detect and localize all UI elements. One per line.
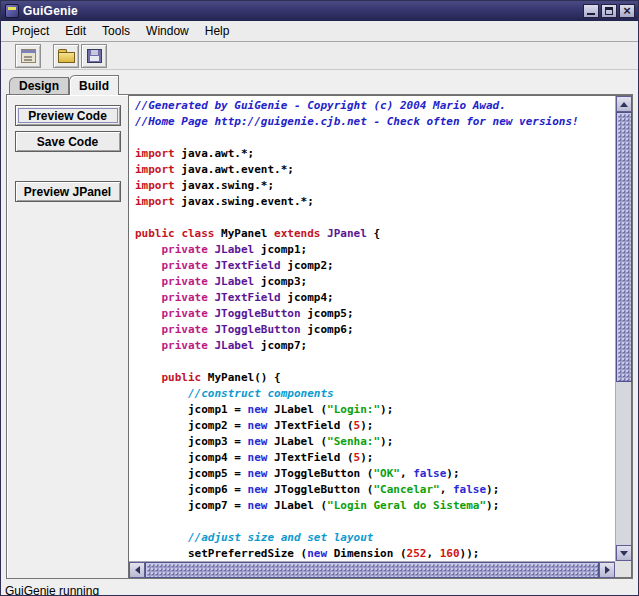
code-line: jcomp1 = new JLabel ("Login:");: [135, 402, 615, 418]
arrow-right-icon: [605, 566, 610, 574]
status-text: GuiGenie running: [5, 584, 99, 595]
tab-strip: Design Build: [6, 74, 633, 94]
save-icon: [87, 49, 102, 63]
scroll-up-button[interactable]: [616, 96, 632, 112]
code-scrollpane: //Generated by GuiGenie - Copyright (c) …: [128, 95, 632, 578]
save-button[interactable]: [81, 44, 107, 68]
code-line: //adjust size and set layout: [135, 530, 615, 546]
code-line: private JTextField jcomp2;: [135, 258, 615, 274]
menu-item-tools[interactable]: Tools: [94, 21, 138, 41]
app-window: GuiGenie Project Edit Tools Window Help …: [0, 0, 639, 596]
menu-item-help[interactable]: Help: [197, 21, 238, 41]
title-bar[interactable]: GuiGenie: [1, 1, 638, 21]
code-line: [135, 130, 615, 146]
menu-item-edit[interactable]: Edit: [57, 21, 94, 41]
code-line: private JLabel jcomp3;: [135, 274, 615, 290]
menu-bar: Project Edit Tools Window Help: [1, 21, 638, 42]
new-gui-icon: [21, 49, 36, 63]
code-line: private JTextField jcomp4;: [135, 290, 615, 306]
code-line: jcomp2 = new JTextField (5);: [135, 418, 615, 434]
scroll-down-button[interactable]: [616, 545, 632, 561]
vertical-scrollbar[interactable]: [615, 96, 631, 561]
tab-label: Design: [19, 79, 59, 93]
minimize-button[interactable]: [583, 4, 599, 18]
scrollbar-corner: [615, 561, 631, 577]
code-line: [135, 210, 615, 226]
main-area: Design Build Preview Code Save Code Prev…: [1, 70, 638, 581]
arrow-up-icon: [620, 102, 628, 107]
horizontal-scrollbar[interactable]: [129, 561, 615, 577]
code-line: import javax.swing.event.*;: [135, 194, 615, 210]
tab-build[interactable]: Build: [69, 75, 119, 95]
scroll-left-button[interactable]: [129, 562, 145, 578]
code-line: [135, 354, 615, 370]
arrow-down-icon: [620, 551, 628, 556]
vertical-scroll-thumb[interactable]: [616, 112, 632, 382]
preview-jpanel-button[interactable]: Preview JPanel: [15, 181, 121, 202]
code-line: private JLabel jcomp7;: [135, 338, 615, 354]
code-line: import javax.swing.*;: [135, 178, 615, 194]
app-icon: [5, 4, 19, 18]
code-line: jcomp3 = new JLabel ("Senha:");: [135, 434, 615, 450]
maximize-button[interactable]: [601, 4, 617, 18]
window-title: GuiGenie: [23, 4, 78, 18]
new-gui-button[interactable]: [15, 44, 41, 68]
tab-design[interactable]: Design: [9, 77, 69, 94]
menu-item-project[interactable]: Project: [4, 21, 57, 41]
code-line: jcomp6 = new JToggleButton ("Cancelar", …: [135, 482, 615, 498]
code-line: private JToggleButton jcomp6;: [135, 322, 615, 338]
preview-code-button[interactable]: Preview Code: [15, 105, 121, 126]
code-editor[interactable]: //Generated by GuiGenie - Copyright (c) …: [129, 96, 615, 561]
code-line: jcomp4 = new JTextField (5);: [135, 450, 615, 466]
title-drag-area[interactable]: [78, 1, 581, 21]
toolbar: [1, 42, 638, 70]
code-line: import java.awt.event.*;: [135, 162, 615, 178]
code-line: jcomp5 = new JToggleButton ("OK", false)…: [135, 466, 615, 482]
close-button[interactable]: [619, 4, 635, 18]
status-bar: GuiGenie running: [1, 581, 638, 595]
build-tab-content: Preview Code Save Code Preview JPanel //…: [6, 94, 633, 579]
code-line: public class MyPanel extends JPanel {: [135, 226, 615, 242]
open-button[interactable]: [53, 44, 79, 68]
code-line: //Home Page http://guigenie.cjb.net - Ch…: [135, 114, 615, 130]
side-panel: Preview Code Save Code Preview JPanel: [7, 95, 128, 578]
code-line: private JLabel jcomp1;: [135, 242, 615, 258]
save-code-button[interactable]: Save Code: [15, 131, 121, 152]
code-line: [135, 514, 615, 530]
horizontal-scroll-thumb[interactable]: [145, 562, 599, 578]
code-line: //Generated by GuiGenie - Copyright (c) …: [135, 98, 615, 114]
tab-label: Build: [79, 79, 109, 93]
code-line: public MyPanel() {: [135, 370, 615, 386]
code-line: import java.awt.*;: [135, 146, 615, 162]
code-line: setPreferredSize (new Dimension (252, 16…: [135, 546, 615, 561]
code-line: private JToggleButton jcomp5;: [135, 306, 615, 322]
code-line: //construct components: [135, 386, 615, 402]
menu-item-window[interactable]: Window: [138, 21, 197, 41]
open-folder-icon: [58, 52, 75, 63]
code-line: jcomp7 = new JLabel ("Login Geral do Sis…: [135, 498, 615, 514]
scroll-right-button[interactable]: [599, 562, 615, 578]
arrow-left-icon: [135, 566, 140, 574]
